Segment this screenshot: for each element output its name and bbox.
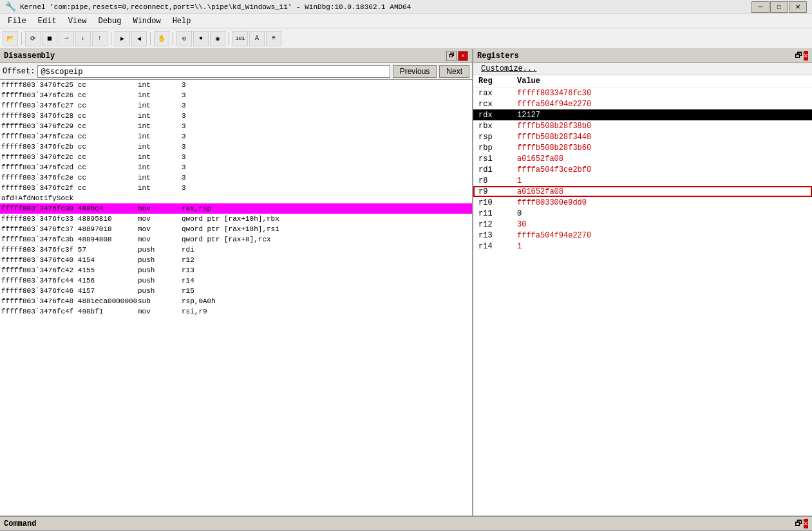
toolbar-open[interactable]: 📂 (3, 31, 18, 46)
register-row[interactable]: r13ffffa504f94e2270 (473, 230, 812, 241)
next-button[interactable]: Next (439, 65, 469, 78)
command-close-btn[interactable]: ✕ (804, 519, 808, 528)
disassembly-row[interactable]: fffff803`3476fc29 ccint3 (0, 121, 472, 131)
toolbar-step-out[interactable]: ↑ (92, 31, 108, 46)
register-row[interactable]: r1230 (473, 219, 812, 230)
disassembly-addr: fffff803`3476fc2c cc (1, 153, 130, 161)
disassembly-addr: fffff803`3476fc33 48895810 (1, 215, 130, 223)
disassembly-row[interactable]: fffff803`3476fc2f ccint3 (0, 183, 472, 193)
register-name: r13 (478, 231, 517, 240)
previous-button[interactable]: Previous (393, 65, 437, 78)
disassembly-ops: qword ptr [rax+8],rcx (182, 236, 271, 243)
disassembly-row[interactable]: fffff803`3476fc48 4881eca0000000subrsp,0… (0, 296, 472, 306)
disassembly-row[interactable]: fffff803`3476fc42 4155pushr13 (0, 265, 472, 275)
menu-debug[interactable]: Debug (93, 15, 126, 27)
register-name: rbp (478, 144, 517, 153)
registers-close-btn[interactable]: ✕ (804, 51, 808, 61)
menu-window[interactable]: Window (127, 15, 165, 27)
disassembly-restore[interactable]: 🗗 (446, 51, 457, 61)
register-row[interactable]: rbxffffb508b28f38b0 (473, 120, 812, 131)
disassembly-row[interactable]: fffff803`3476fc2b ccint3 (0, 142, 472, 152)
disassembly-row[interactable]: fffff803`3476fc26 ccint3 (0, 90, 472, 100)
disassembly-mnem: int (138, 81, 176, 89)
register-row[interactable]: rdiffffa504f3ce2bf0 (473, 164, 812, 175)
disassembly-row[interactable]: fffff803`3476fc2a ccint3 (0, 131, 472, 142)
disassembly-addr: fffff803`3476fc3b 48894808 (1, 236, 130, 243)
disassembly-row[interactable]: fffff803`3476fc30 488bc4movrax,rsp (0, 203, 472, 214)
register-row[interactable]: rcxffffa504f94e2270 (473, 98, 812, 109)
disassembly-row[interactable]: fffff803`3476fc2e ccint3 (0, 172, 472, 183)
toolbar-break[interactable]: ⏹ (42, 31, 57, 46)
toolbar-step-in[interactable]: ↓ (75, 31, 91, 46)
toolbar-step-over[interactable]: → (59, 31, 74, 46)
toolbar-source[interactable]: ≡ (266, 31, 281, 46)
disassembly-panel: Disassembly 🗗 ✕ Offset: Previous Next ff… (0, 49, 473, 516)
menu-file[interactable]: File (3, 15, 32, 27)
register-row[interactable]: raxfffff8033476fc30 (473, 88, 812, 98)
toolbar-bp3[interactable]: ◉ (210, 31, 225, 46)
customize-link[interactable]: Customize... (477, 63, 540, 75)
minimize-button[interactable]: ─ (751, 1, 770, 13)
register-row[interactable]: r9a01652fa08 (473, 186, 812, 197)
offset-label: Offset: (3, 67, 35, 76)
toolbar-hex[interactable]: 101 (232, 31, 248, 46)
register-row[interactable]: rdx12127 (473, 109, 812, 120)
toolbar: 📂 ⟳ ⏹ → ↓ ↑ ▶ ◀ ✋ ⊙ ● ◉ 101 A ≡ (0, 28, 812, 49)
maximize-button[interactable]: □ (770, 1, 788, 13)
command-restore[interactable]: 🗗 (795, 519, 802, 528)
disassembly-row[interactable]: fffff803`3476fc3b 48894808movqword ptr [… (0, 234, 472, 245)
disassembly-row[interactable]: fffff803`3476fc28 ccint3 (0, 111, 472, 121)
menu-help[interactable]: Help (167, 15, 196, 27)
disassembly-addr: fffff803`3476fc29 cc (1, 122, 130, 130)
register-name: rbx (478, 122, 517, 131)
register-value: 12127 (517, 111, 540, 120)
toolbar-restart[interactable]: ⟳ (25, 31, 41, 46)
disassembly-row[interactable]: fffff803`3476fc44 4156pushr14 (0, 275, 472, 286)
disassembly-row[interactable]: fffff803`3476fc4f 498bf1movrsi,r9 (0, 306, 472, 317)
disassembly-row[interactable]: fffff803`3476fc3f 57pushrdi (0, 245, 472, 255)
offset-input[interactable] (37, 65, 390, 78)
close-button[interactable]: ✕ (789, 1, 807, 13)
register-value: a01652fa08 (517, 154, 563, 163)
register-row[interactable]: rspffffb508b28f3448 (473, 131, 812, 142)
disassembly-close-btn[interactable]: ✕ (458, 51, 468, 61)
disassembly-row[interactable]: fffff803`3476fc46 4157pushr15 (0, 286, 472, 296)
disassembly-mnem: mov (138, 225, 176, 233)
disassembly-row[interactable]: afd!AfdNotifySock (0, 193, 472, 203)
disassembly-content[interactable]: fffff803`3476fc25 ccint3fffff803`3476fc2… (0, 80, 472, 516)
register-value: ffffb508b28f3448 (517, 133, 591, 142)
toolbar-bp[interactable]: ⊙ (176, 31, 192, 46)
menu-view[interactable]: View (63, 15, 92, 27)
disassembly-row[interactable]: fffff803`3476fc27 ccint3 (0, 100, 472, 111)
offset-bar: Offset: Previous Next (0, 63, 472, 80)
register-value: fffff8033476fc30 (517, 89, 591, 98)
register-row[interactable]: r81 (473, 175, 812, 186)
register-row[interactable]: r110 (473, 208, 812, 219)
register-value: 0 (517, 209, 522, 218)
register-row[interactable]: rsia01652fa08 (473, 153, 812, 164)
disassembly-row[interactable]: fffff803`3476fc37 48897018movqword ptr [… (0, 224, 472, 234)
toolbar-hand[interactable]: ✋ (154, 31, 169, 46)
disassembly-addr: fffff803`3476fc25 cc (1, 81, 130, 89)
register-row[interactable]: r141 (473, 241, 812, 252)
toolbar-go-back[interactable]: ◀ (131, 31, 147, 46)
disassembly-ops: r12 (182, 256, 194, 264)
disassembly-mnem: mov (138, 236, 176, 243)
toolbar-go[interactable]: ▶ (115, 31, 130, 46)
disassembly-row[interactable]: fffff803`3476fc25 ccint3 (0, 80, 472, 90)
disassembly-addr: fffff803`3476fc30 488bc4 (1, 205, 130, 212)
disassembly-row[interactable]: fffff803`3476fc2d ccint3 (0, 162, 472, 172)
register-row[interactable]: rbpffffb508b28f3b60 (473, 142, 812, 153)
toolbar-bp2[interactable]: ● (193, 31, 209, 46)
disassembly-ops: qword ptr [rax+10h],rbx (182, 215, 279, 223)
disassembly-row[interactable]: fffff803`3476fc2c ccint3 (0, 152, 472, 162)
disassembly-row[interactable]: fffff803`3476fc40 4154pushr12 (0, 255, 472, 265)
disassembly-row[interactable]: fffff803`3476fc33 48895810movqword ptr [… (0, 214, 472, 224)
menu-edit[interactable]: Edit (33, 15, 62, 27)
disassembly-addr: fffff803`3476fc27 cc (1, 102, 130, 109)
register-row[interactable]: r10ffff803300e9dd0 (473, 197, 812, 208)
disassembly-addr: fffff803`3476fc2b cc (1, 143, 130, 151)
menu-bar: File Edit View Debug Window Help (0, 14, 812, 28)
registers-restore[interactable]: 🗗 (795, 51, 802, 61)
toolbar-font[interactable]: A (249, 31, 265, 46)
